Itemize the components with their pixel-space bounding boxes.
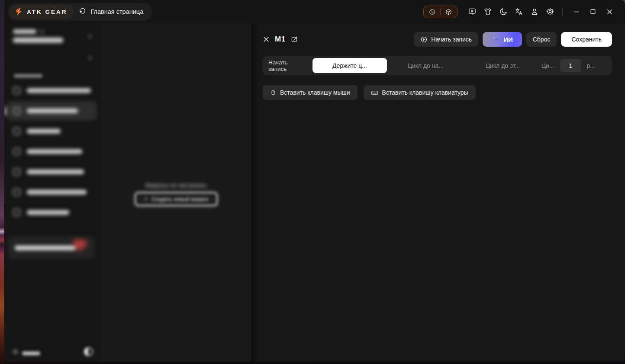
sidebar-section-label-blurred <box>14 74 42 78</box>
account-button[interactable] <box>527 7 542 16</box>
blurred-text-bar <box>22 351 40 355</box>
cycle-suffix: р... <box>587 62 595 69</box>
titlebar-right <box>423 6 618 18</box>
blurred-text-bar <box>27 88 91 93</box>
settings-button[interactable] <box>542 7 558 16</box>
nav-pill: ATK GEAR Главная страница <box>8 3 152 21</box>
blurred-badge <box>40 30 44 34</box>
sidebar-item[interactable] <box>4 121 101 141</box>
sparkles-ai-icon <box>492 35 500 44</box>
screen-record-button[interactable] <box>464 7 480 16</box>
sidebar-item-icon <box>13 107 20 115</box>
blurred-text-bar <box>27 129 61 134</box>
mode-option[interactable]: Цикл до эт... <box>464 62 541 69</box>
brand-logo: ATK GEAR <box>10 5 74 19</box>
theme-button[interactable] <box>496 7 511 16</box>
minimize-button[interactable] <box>568 8 585 16</box>
edit-icon <box>291 36 298 43</box>
close-icon <box>263 36 270 43</box>
contrast-toggle-icon[interactable] <box>84 347 93 356</box>
app-window: ATK GEAR Главная страница <box>4 0 625 362</box>
blurred-text-bar <box>27 109 78 113</box>
sidebar-item-icon <box>13 148 20 155</box>
promo-banner-blurred[interactable] <box>8 236 95 259</box>
language-button[interactable] <box>511 7 527 16</box>
gear-icon <box>546 7 554 16</box>
insert-buttons-row: Вставить клавишу мыши Вставить клавишу к… <box>263 85 612 100</box>
content: Макросы не настроены ＋Создать новый макр… <box>4 23 625 362</box>
start-record-label: Начать запись <box>431 36 472 43</box>
chevron-right-icon <box>87 55 93 61</box>
sidebar-item[interactable] <box>4 80 101 101</box>
insert-keyboard-key-button[interactable]: Вставить клавишу клавиатуры <box>364 85 476 100</box>
sidebar-item[interactable] <box>4 162 101 182</box>
heart-icon <box>75 239 91 253</box>
save-button[interactable]: Сохранить <box>561 32 612 47</box>
insert-mouse-key-button[interactable]: Вставить клавишу мыши <box>263 85 358 100</box>
mode-option-selected[interactable]: Держите ц... <box>312 58 387 73</box>
macro-name: M1 <box>275 35 286 44</box>
blurred-text-bar <box>13 29 36 34</box>
brand-text: ATK GEAR <box>27 9 68 15</box>
create-macro-label: Создать новый макрос <box>151 196 209 202</box>
cycle-label: Ци... <box>541 62 554 69</box>
sidebar-item-selected[interactable] <box>4 101 101 121</box>
rename-macro-button[interactable] <box>291 36 298 43</box>
maximize-icon <box>590 8 596 15</box>
insert-mouse-key-label: Вставить клавишу мыши <box>280 89 350 96</box>
window-controls-divider <box>562 8 563 16</box>
sidebar-item[interactable] <box>4 141 101 162</box>
reset-button[interactable]: Сброс <box>526 32 557 47</box>
editor-header: M1 Начать запись <box>263 32 612 47</box>
sidebar-item-icon <box>13 188 20 196</box>
create-macro-button[interactable]: ＋Создать новый макрос <box>135 192 217 206</box>
sidebar-item[interactable] <box>4 202 101 223</box>
footer-text-blurred <box>22 348 40 355</box>
skin-button[interactable] <box>480 7 496 16</box>
play-circle-icon <box>420 36 428 43</box>
home-breadcrumb[interactable]: Главная страница <box>91 8 144 15</box>
blurred-text-bar <box>27 190 87 195</box>
blurred-text-bar <box>27 169 84 174</box>
macro-editor-panel: M1 Начать запись <box>251 23 625 362</box>
sidebar-nav-list <box>4 80 101 223</box>
close-icon <box>606 8 613 16</box>
start-record-button[interactable]: Начать запись <box>414 32 478 47</box>
playback-mode-bar: Начать запись Держите ц... Цикл до на...… <box>263 56 612 75</box>
screen-play-icon <box>468 7 477 16</box>
ban-icon[interactable] <box>428 8 436 16</box>
cube-icon[interactable] <box>445 8 452 16</box>
sidebar-footer-blurred <box>4 347 101 356</box>
sidebar-item-icon <box>13 168 20 176</box>
mouse-icon <box>270 89 276 96</box>
ai-label: ИИ <box>503 36 513 43</box>
ai-button[interactable]: ИИ <box>483 32 522 47</box>
undo-arrow-icon <box>79 8 86 16</box>
keyboard-icon <box>371 89 378 96</box>
sidebar-item-icon <box>13 128 20 135</box>
sidebar-item[interactable] <box>4 182 101 202</box>
blurred-text-bar <box>27 149 82 154</box>
insert-keyboard-key-label: Вставить клавишу клавиатуры <box>382 89 468 96</box>
device-mode-pill[interactable] <box>423 6 457 18</box>
chevron-right-icon <box>87 33 93 39</box>
blurred-text-bar <box>27 210 69 215</box>
lightning-bolt-icon <box>14 7 23 16</box>
device-info-blurred[interactable] <box>13 29 93 43</box>
close-window-button[interactable] <box>601 8 618 16</box>
back-button[interactable] <box>79 8 86 16</box>
pill-divider <box>440 9 441 15</box>
moon-icon <box>499 7 508 16</box>
maximize-button[interactable] <box>585 8 601 15</box>
minimize-icon <box>573 8 580 16</box>
mode-option[interactable]: Цикл до на... <box>387 62 464 69</box>
close-editor-button[interactable] <box>263 36 270 43</box>
config-switch-blurred[interactable] <box>13 55 93 61</box>
user-icon <box>530 7 539 16</box>
cycle-count-group: Ци... р... <box>541 59 606 72</box>
cycle-count-input[interactable] <box>560 59 581 72</box>
mode-bar-label: Начать запись <box>268 59 306 72</box>
macro-list-panel: Макросы не настроены ＋Создать новый макр… <box>101 23 251 362</box>
blurred-text-bar <box>15 246 76 250</box>
plus-icon: ＋ <box>143 195 149 203</box>
